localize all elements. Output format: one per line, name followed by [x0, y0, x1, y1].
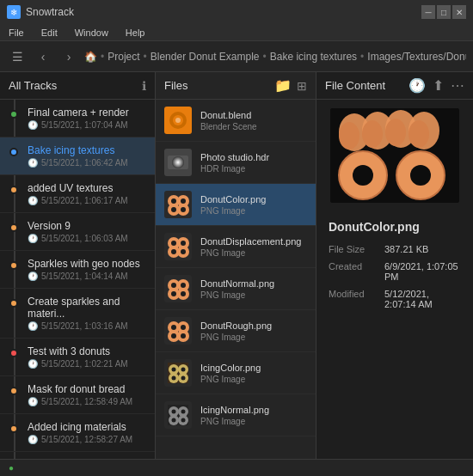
track-dot [9, 349, 18, 357]
tracks-panel-header: All Tracks ℹ [0, 72, 155, 100]
breadcrumb-example[interactable]: Blender Donut Example [150, 51, 260, 63]
menu-help[interactable]: Help [122, 27, 149, 38]
track-date: 🕐5/15/2021, 1:06:03 AM [28, 234, 146, 243]
track-item[interactable]: added UV textures🕐5/15/2021, 1:06:17 AM [0, 175, 155, 213]
file-icon [164, 191, 192, 218]
file-icon [164, 149, 192, 176]
meta-row-size: File Size 387.21 KB [329, 244, 461, 254]
svg-point-16 [181, 241, 186, 246]
track-name: Bake icing textures [28, 144, 146, 156]
svg-point-32 [181, 325, 186, 330]
hamburger-button[interactable]: ☰ [7, 46, 28, 67]
file-name: DonutNormal.png [200, 278, 307, 289]
file-item[interactable]: Donut.blendBlender Scene [156, 100, 316, 142]
svg-point-28 [181, 291, 186, 296]
file-item[interactable]: DonutNormal.pngPNG Image [156, 268, 316, 310]
tracks-panel-title: All Tracks [9, 79, 137, 92]
track-item[interactable]: Version 9🕐5/15/2021, 1:06:03 AM [0, 213, 155, 251]
track-item[interactable]: Create sparkles and materi...🕐5/15/2021,… [0, 289, 155, 339]
file-type: PNG Image [200, 333, 307, 342]
svg-point-2 [175, 118, 181, 123]
file-type: PNG Image [200, 375, 307, 384]
close-button[interactable]: ✕ [452, 5, 466, 19]
svg-point-12 [181, 207, 186, 212]
file-item[interactable]: DonutRough.pngPNG Image [156, 310, 316, 352]
track-item[interactable]: Bake icing textures🕐5/15/2021, 1:06:42 A… [0, 137, 155, 175]
file-type: PNG Image [200, 417, 307, 426]
modified-value: 5/12/2021, 2:07:14 AM [384, 289, 461, 309]
window-title: Snowtrack [26, 6, 416, 18]
track-name: Create sparkles and materi... [28, 296, 146, 320]
menu-file[interactable]: File [5, 27, 28, 38]
right-panel: File Content 🕐 ⬆ ⋯ [316, 72, 473, 459]
file-size-value: 387.21 KB [384, 244, 428, 254]
file-item[interactable]: IcingNormal.pngPNG Image [156, 394, 316, 436]
tracks-info-icon[interactable]: ℹ [142, 79, 146, 93]
svg-point-65 [353, 165, 373, 186]
menu-window[interactable]: Window [71, 27, 112, 38]
breadcrumb: 🏠 • Project • Blender Donut Example • Ba… [84, 51, 466, 63]
nav-bar: ☰ ‹ › 🏠 • Project • Blender Donut Exampl… [0, 41, 473, 72]
upload-icon[interactable]: ⬆ [433, 77, 444, 94]
track-date: 🕐5/15/2021, 1:03:16 AM [28, 321, 146, 331]
svg-point-34 [171, 333, 176, 339]
maximize-button[interactable]: □ [437, 5, 451, 19]
breadcrumb-project[interactable]: Project [108, 51, 139, 63]
svg-point-4 [172, 156, 184, 168]
svg-point-50 [181, 410, 186, 414]
file-name: DonutDisplacement.png [200, 236, 307, 247]
main-content: All Tracks ℹ Final camera + render🕐5/15/… [0, 72, 473, 459]
file-item[interactable]: DonutColor.pngPNG Image [156, 184, 316, 226]
breadcrumb-images[interactable]: Images/Textures/DonutColor.p... [367, 51, 466, 63]
meta-row-created: Created 6/9/2021, 1:07:05 PM [329, 261, 461, 282]
svg-point-59 [362, 120, 383, 148]
track-item[interactable]: Test with 3 donuts🕐5/15/2021, 1:02:21 AM [0, 339, 155, 376]
svg-point-36 [181, 333, 186, 339]
svg-point-20 [181, 249, 186, 254]
file-name: DonutRough.png [200, 320, 307, 331]
breadcrumb-bake[interactable]: Bake icing textures [270, 51, 357, 63]
files-folder-icon[interactable]: 📁 [274, 77, 292, 94]
modified-label: Modified [329, 289, 376, 299]
track-dot [9, 148, 18, 156]
file-size-label: File Size [329, 244, 376, 254]
menu-edit[interactable]: Edit [38, 27, 61, 38]
forward-button[interactable]: › [58, 46, 79, 67]
file-icon [164, 401, 192, 429]
track-date: 🕐5/15/2021, 1:06:17 AM [28, 196, 146, 205]
app-icon: ❄ [7, 5, 21, 19]
track-item[interactable]: Added icing materials🕐5/15/2021, 12:58:2… [0, 414, 155, 452]
file-item[interactable]: Photo studio.hdrHDR Image [156, 142, 316, 184]
track-dot [9, 261, 18, 270]
breadcrumb-home[interactable]: 🏠 [84, 51, 97, 63]
track-name: Final camera + render [28, 107, 146, 119]
file-type: PNG Image [200, 290, 307, 300]
file-icon [164, 233, 192, 260]
file-type: PNG Image [200, 206, 307, 216]
history-icon[interactable]: 🕐 [408, 77, 426, 94]
created-value: 6/9/2021, 1:07:05 PM [384, 261, 461, 282]
svg-point-14 [171, 241, 176, 246]
tracks-list: Final camera + render🕐5/15/2021, 1:07:04… [0, 100, 155, 459]
track-item[interactable]: Final camera + render🕐5/15/2021, 1:07:04… [0, 100, 155, 137]
svg-point-26 [171, 291, 176, 296]
back-button[interactable]: ‹ [33, 46, 53, 67]
svg-point-48 [172, 410, 176, 414]
file-icon [164, 107, 192, 134]
track-item[interactable]: Mask for donut bread🕐5/15/2021, 12:58:49… [0, 376, 155, 414]
svg-point-41 [181, 368, 186, 372]
meta-row-modified: Modified 5/12/2021, 2:07:14 AM [329, 289, 461, 309]
svg-point-57 [339, 122, 359, 150]
files-view-icon[interactable]: ⊞ [297, 79, 307, 93]
track-date: 🕐5/15/2021, 1:04:14 AM [28, 272, 146, 281]
created-label: Created [329, 261, 376, 272]
more-icon[interactable]: ⋯ [451, 77, 464, 94]
file-item[interactable]: IcingColor.pngPNG Image [156, 352, 316, 394]
status-text: ● [9, 463, 14, 473]
title-bar: ❄ Snowtrack ─ □ ✕ [0, 0, 473, 24]
minimize-button[interactable]: ─ [421, 5, 435, 19]
file-type: Blender Scene [200, 122, 307, 131]
track-dot [9, 186, 18, 194]
track-item[interactable]: Sparkles with geo nodes🕐5/15/2021, 1:04:… [0, 251, 155, 289]
file-item[interactable]: DonutDisplacement.pngPNG Image [156, 226, 316, 268]
